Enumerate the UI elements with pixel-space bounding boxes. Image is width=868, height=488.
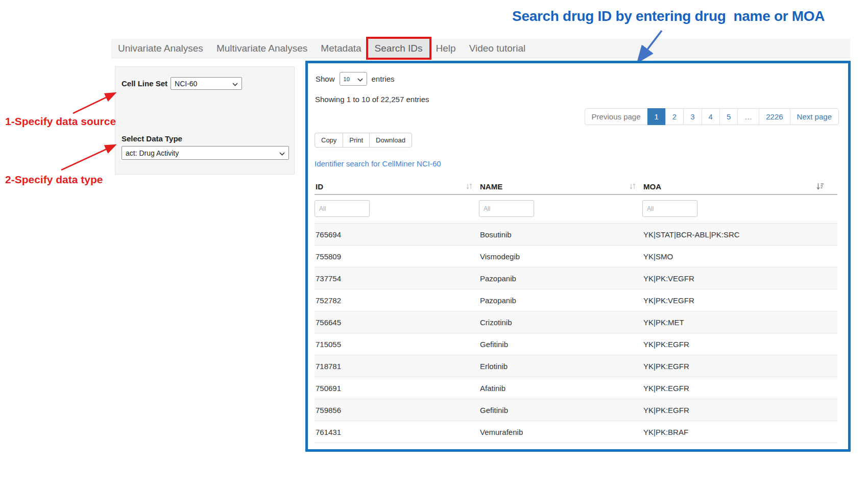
nav-item-metadata[interactable]: Metadata: [314, 39, 368, 58]
nav-item-help[interactable]: Help: [429, 39, 463, 58]
annotation-heading: Search drug ID by entering drug name or …: [512, 8, 825, 25]
table-row: 759856 Gefitinib YK|PK:EGFR: [315, 399, 837, 421]
entries-label: entries: [372, 75, 395, 83]
cell-name: Bosutinib: [479, 230, 642, 239]
cell-id: 715055: [315, 340, 479, 349]
nav-item-search-ids[interactable]: Search IDs: [368, 39, 429, 58]
cell-line-set-select[interactable]: NCI-60: [171, 77, 242, 90]
nav-item-video-tutorial[interactable]: Video tutorial: [463, 39, 533, 58]
cell-moa: YK|PK:VEGFR: [642, 274, 837, 283]
previous-page-button[interactable]: Previous page: [585, 108, 648, 125]
table-row: 737754 Pazopanib YK|PK:VEGFR: [315, 267, 837, 289]
results-table: ID NAME MOA: [315, 180, 837, 443]
cell-moa: YK|PK:EGFR: [642, 384, 837, 393]
chevron-down-icon: [357, 75, 363, 83]
table-row: 752782 Pazopanib YK|PK:VEGFR: [315, 289, 837, 311]
cell-name: Vismodegib: [479, 252, 642, 261]
annotation-step2: 2-Specify data type: [5, 174, 103, 186]
cell-moa: YK|PK:MET: [642, 318, 837, 327]
cell-moa: YK|PK:EGFR: [642, 406, 837, 414]
cell-id: 752782: [315, 296, 479, 305]
cell-moa: YK|PK:VEGFR: [642, 296, 837, 305]
cell-moa: YK|PK:BRAF: [642, 428, 837, 436]
moa-filter-input[interactable]: [642, 200, 697, 217]
sort-icon[interactable]: [466, 183, 473, 190]
print-button[interactable]: Print: [343, 133, 370, 148]
cell-id: 761431: [315, 428, 479, 436]
table-row: 765694 Bosutinib YK|STAT|BCR-ABL|PK:SRC: [315, 224, 837, 246]
column-header-name[interactable]: NAME: [479, 182, 642, 191]
sidebar-panel: Cell Line Set NCI-60 Select Data Type ac…: [115, 66, 295, 175]
page-button-3[interactable]: 3: [683, 108, 702, 125]
page-button-4[interactable]: 4: [702, 108, 720, 125]
identifier-search-link[interactable]: Identifier search for CellMiner NCI-60: [315, 159, 441, 168]
cell-moa: YK|PK:EGFR: [642, 362, 837, 371]
pagination: Previous page 1 2 3 4 5 … 2226 Next page: [585, 108, 839, 125]
cell-name: Gefitinib: [479, 340, 642, 349]
page-length-select[interactable]: 10: [340, 72, 367, 86]
table-header-row: ID NAME MOA: [315, 180, 837, 193]
page-button-2[interactable]: 2: [665, 108, 684, 125]
navbar: Univariate Analyses Multivariate Analyse…: [111, 39, 850, 58]
cell-id: 755809: [315, 252, 479, 261]
table-row: 761431 Vemurafenib YK|PK:BRAF: [315, 421, 837, 443]
copy-button[interactable]: Copy: [315, 133, 343, 148]
data-type-select[interactable]: act: Drug Activity: [122, 146, 289, 160]
showing-entries-info: Showing 1 to 10 of 22,257 entries: [315, 95, 429, 104]
cell-id: 765694: [315, 230, 479, 239]
page-button-2226[interactable]: 2226: [759, 108, 790, 125]
column-filter-row: [315, 200, 837, 217]
chevron-down-icon: [279, 149, 285, 157]
id-filter-input[interactable]: [315, 200, 370, 217]
sort-icon[interactable]: [629, 183, 636, 190]
table-row: 756645 Crizotinib YK|PK:MET: [315, 311, 837, 333]
annotation-arrow-step2: [61, 145, 114, 170]
nav-item-univariate-analyses[interactable]: Univariate Analyses: [111, 39, 210, 58]
header-divider: [315, 194, 837, 195]
cell-id: 718781: [315, 362, 479, 371]
cell-id: 756645: [315, 318, 479, 327]
page-button-5[interactable]: 5: [719, 108, 738, 125]
data-type-label: Select Data Type: [122, 134, 182, 143]
cell-moa: YK|PK:EGFR: [642, 340, 837, 349]
annotation-step1: 1-Specify data source: [5, 115, 116, 128]
cell-id: 759856: [315, 406, 479, 414]
cell-id: 750691: [315, 384, 479, 393]
show-label: Show: [316, 75, 335, 83]
annotation-arrow-step1: [73, 93, 114, 113]
table-row: 755809 Vismodegib YK|SMO: [315, 246, 837, 267]
table-row: 715055 Gefitinib YK|PK:EGFR: [315, 333, 837, 355]
page-button-1[interactable]: 1: [647, 108, 666, 125]
cell-name: Pazopanib: [479, 274, 642, 283]
cell-moa: YK|SMO: [642, 252, 837, 261]
table-body: 765694 Bosutinib YK|STAT|BCR-ABL|PK:SRC …: [315, 223, 837, 443]
download-button[interactable]: Download: [369, 133, 412, 148]
cell-line-set-label: Cell Line Set: [122, 79, 167, 88]
cell-name: Afatinib: [479, 384, 642, 393]
table-row: 750691 Afatinib YK|PK:EGFR: [315, 377, 837, 399]
cell-name: Gefitinib: [479, 406, 642, 414]
column-header-id[interactable]: ID: [315, 182, 479, 191]
cell-name: Erlotinib: [479, 362, 642, 371]
column-header-moa[interactable]: MOA: [642, 182, 837, 191]
page-length-value: 10: [344, 76, 350, 82]
table-row: 718781 Erlotinib YK|PK:EGFR: [315, 355, 837, 377]
page-ellipsis: …: [737, 108, 759, 125]
cell-name: Crizotinib: [479, 318, 642, 327]
cell-moa: YK|STAT|BCR-ABL|PK:SRC: [642, 230, 837, 239]
next-page-button[interactable]: Next page: [790, 108, 839, 125]
cell-line-set-value: NCI-60: [175, 80, 197, 88]
sort-descending-icon[interactable]: [816, 183, 824, 190]
data-type-value: act: Drug Activity: [126, 149, 179, 157]
nav-item-multivariate-analyses[interactable]: Multivariate Analyses: [210, 39, 314, 58]
export-button-group: Copy Print Download: [315, 133, 412, 148]
chevron-down-icon: [232, 80, 238, 88]
cell-name: Vemurafenib: [479, 428, 642, 436]
search-ids-panel: Show 10 entries Showing 1 to 10 of 22,25…: [305, 61, 851, 452]
cell-id: 737754: [315, 274, 479, 283]
cell-name: Pazopanib: [479, 296, 642, 305]
name-filter-input[interactable]: [479, 200, 534, 217]
